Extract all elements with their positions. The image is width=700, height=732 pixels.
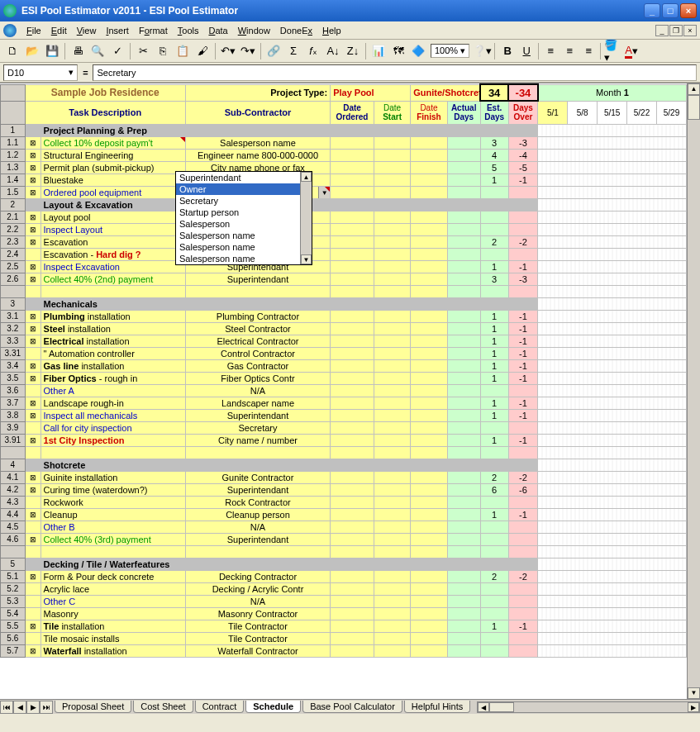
task-cell[interactable]: Collect 10% deposit paym't	[40, 136, 185, 149]
days-over-cell[interactable]	[508, 384, 538, 397]
task-cell[interactable]: Curing time (waterdown?)	[40, 483, 185, 496]
format-painter-button[interactable]: 🖌	[193, 42, 212, 60]
est-days-cell[interactable]	[480, 223, 508, 235]
task-cell[interactable]: Tile installation	[40, 620, 185, 632]
sheet-tab[interactable]: Cost Sheet	[133, 701, 193, 713]
subcontractor-cell[interactable]: N/A	[185, 384, 330, 397]
task-cell[interactable]: Fiber Optics - rough in	[40, 372, 185, 384]
underline-button[interactable]: U	[517, 42, 536, 60]
gantt-cell[interactable]	[538, 496, 687, 508]
row-check[interactable]	[25, 595, 40, 607]
task-cell[interactable]: Ordered pool equipment	[40, 186, 185, 198]
maximize-button[interactable]: □	[662, 3, 679, 18]
gantt-cell[interactable]	[538, 372, 687, 384]
est-days-cell[interactable]: 1	[480, 347, 508, 359]
subcontractor-cell[interactable]: Fiber Optics Contr	[185, 372, 330, 384]
row-check[interactable]: ⊠	[25, 186, 40, 198]
row-check[interactable]: ⊠	[25, 211, 40, 223]
row-check[interactable]: ⊠	[25, 273, 40, 285]
row-check[interactable]	[25, 384, 40, 397]
task-cell[interactable]: Acrylic lace	[40, 582, 185, 595]
sheet-tab[interactable]: Base Pool Calculator	[302, 701, 402, 713]
task-cell[interactable]: Layout pool	[40, 211, 185, 223]
align-right-button[interactable]: ≡	[579, 42, 598, 60]
autosum-button[interactable]: Σ	[284, 42, 302, 60]
sheet-tab[interactable]: Helpful Hints	[404, 701, 470, 713]
subcontractor-cell[interactable]: Superintendant	[185, 483, 330, 496]
est-days-cell[interactable]: 5	[480, 161, 508, 173]
row-check[interactable]: ⊠	[25, 471, 40, 483]
row-check[interactable]: ⊠	[25, 409, 40, 421]
gantt-cell[interactable]	[538, 149, 687, 161]
scroll-down-button[interactable]: ▼	[688, 687, 700, 699]
task-cell[interactable]: Collect 40% (2nd) payment	[40, 273, 185, 285]
new-button[interactable]: 🗋	[3, 42, 21, 60]
est-days-cell[interactable]: 2	[480, 471, 508, 483]
row-check[interactable]: ⊠	[25, 260, 40, 273]
est-days-cell[interactable]	[480, 607, 508, 620]
est-days-cell[interactable]: 1	[480, 620, 508, 632]
days-over-cell[interactable]: -3	[508, 273, 538, 285]
menu-data[interactable]: Data	[203, 24, 232, 37]
task-cell[interactable]: Inspect Layout	[40, 223, 185, 235]
task-cell[interactable]: Cleanup	[40, 508, 185, 520]
days-over-cell[interactable]: -1	[508, 173, 538, 186]
subcontractor-cell[interactable]: Plumbing Contractor	[185, 310, 330, 322]
font-color-button[interactable]: A▾	[622, 42, 640, 60]
task-cell[interactable]: 1st City Inspection	[40, 434, 185, 446]
days-over-cell[interactable]	[508, 533, 538, 545]
subcontractor-cell[interactable]: Superintendant	[185, 273, 330, 285]
est-days-cell[interactable]: 1	[480, 335, 508, 347]
row-check[interactable]: ⊠	[25, 397, 40, 409]
gantt-cell[interactable]	[538, 335, 687, 347]
days-over-cell[interactable]: -1	[508, 620, 538, 632]
task-cell[interactable]: Masonry	[40, 607, 185, 620]
row-check[interactable]: ⊠	[25, 620, 40, 632]
gantt-cell[interactable]	[538, 359, 687, 372]
align-center-button[interactable]: ≡	[560, 42, 579, 60]
days-over-cell[interactable]	[508, 496, 538, 508]
gantt-cell[interactable]	[538, 471, 687, 483]
name-box[interactable]: D10▾	[3, 64, 78, 81]
subcontractor-cell[interactable]: Salesperson name	[185, 136, 330, 149]
vertical-scrollbar[interactable]: ▲ ▼	[687, 83, 700, 699]
gantt-cell[interactable]	[538, 260, 687, 273]
gantt-cell[interactable]	[538, 161, 687, 173]
row-check[interactable]: ⊠	[25, 533, 40, 545]
row-check[interactable]: ⊠	[25, 149, 40, 161]
row-check[interactable]	[25, 421, 40, 434]
scroll-up-button[interactable]: ▲	[688, 83, 700, 95]
undo-button[interactable]: ↶▾	[219, 42, 237, 60]
days-over-cell[interactable]	[508, 644, 538, 657]
copy-button[interactable]: ⎘	[154, 42, 172, 60]
task-cell[interactable]: Guinite installation	[40, 471, 185, 483]
gantt-cell[interactable]	[538, 533, 687, 545]
task-cell[interactable]: Electrical installation	[40, 335, 185, 347]
row-check[interactable]: ⊠	[25, 173, 40, 186]
subcontractor-cell[interactable]: Gunite Contractor	[185, 471, 330, 483]
mdi-close[interactable]: ×	[683, 25, 697, 36]
days-over-cell[interactable]: -6	[508, 483, 538, 496]
dropdown-item[interactable]: Salesperson	[176, 218, 312, 230]
days-over-cell[interactable]	[508, 632, 538, 644]
task-cell[interactable]: Waterfall installation	[40, 644, 185, 657]
zoom-combo[interactable]: 100% ▾	[431, 44, 469, 58]
dropdown-scroll-down[interactable]: ▼	[301, 254, 312, 264]
task-cell[interactable]: Other A	[40, 384, 185, 397]
days-over-cell[interactable]: -5	[508, 161, 538, 173]
minimize-button[interactable]: _	[644, 3, 660, 18]
function-button[interactable]: fₓ	[304, 42, 322, 60]
est-days-cell[interactable]	[480, 533, 508, 545]
est-days-cell[interactable]: 1	[480, 173, 508, 186]
subcontractor-cell[interactable]: Secretary	[185, 421, 330, 434]
days-over-cell[interactable]: -2	[508, 570, 538, 582]
subcontractor-cell[interactable]: Decking Contractor	[185, 570, 330, 582]
row-check[interactable]: ⊠	[25, 434, 40, 446]
gantt-cell[interactable]	[538, 136, 687, 149]
task-cell[interactable]: Escavation	[40, 235, 185, 248]
row-check[interactable]: ⊠	[25, 359, 40, 372]
row-check[interactable]: ⊠	[25, 235, 40, 248]
menu-doneex[interactable]: DoneEx	[275, 24, 317, 37]
est-days-cell[interactable]	[480, 186, 508, 198]
days-over-cell[interactable]	[508, 607, 538, 620]
